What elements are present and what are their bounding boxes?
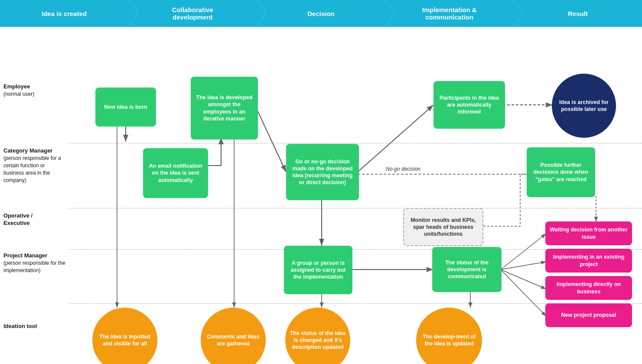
- label-project-manager: Project Manager(person responsible for t…: [3, 252, 66, 274]
- svg-line-9: [358, 105, 433, 172]
- box-status-changed: The status of the idea is changed and it…: [285, 308, 350, 364]
- box-go-nogo: Go or no-go decision made on the develop…: [286, 144, 359, 200]
- label-ideation-tool: Ideation tool: [3, 323, 66, 330]
- box-email-notification: An email notification on the idea is sen…: [143, 148, 208, 198]
- divider-1: [69, 143, 642, 143]
- label-operative: Operative /Executive: [3, 212, 66, 227]
- box-group-assigned: A group or person is assigned to carry o…: [284, 246, 352, 294]
- box-idea-archived: Idea is archived for possible later use: [552, 74, 616, 138]
- box-participants-informed: Participants in the idea are automatical…: [433, 81, 505, 129]
- phase-3: Decision: [257, 0, 385, 27]
- box-comments-likes: Comments and likes are gathered: [201, 308, 266, 364]
- svg-line-15: [501, 234, 546, 270]
- svg-line-16: [501, 262, 546, 270]
- box-waiting-decision: Waiting decision from another issue: [545, 221, 632, 245]
- divider-2: [69, 208, 642, 208]
- svg-line-18: [501, 270, 546, 316]
- svg-line-5: [256, 107, 286, 172]
- svg-line-17: [501, 270, 546, 289]
- phase-1: Idea is created: [0, 0, 128, 27]
- box-development-updated: The develop-ment of the idea is updated: [416, 308, 482, 364]
- box-idea-inputted: The idea is inputted and visible for all: [92, 308, 157, 364]
- header-row: Idea is created Collaborativedevelopment…: [0, 0, 642, 27]
- phase-5: Result: [514, 0, 642, 27]
- box-developed: The idea is developed amongst the employ…: [191, 77, 258, 140]
- box-new-project: New project proposal: [545, 303, 632, 327]
- box-implementing-direct: Implementing directly on business: [545, 276, 632, 300]
- diagram: Employee(normal user) Category Manager(p…: [0, 27, 642, 364]
- box-new-idea: New idea is born: [95, 88, 156, 127]
- label-employee: Employee(normal user): [3, 83, 66, 98]
- box-status-communicated: The status of the development is communi…: [432, 247, 502, 292]
- box-possible-decisions: Possible further decisions done when "ga…: [527, 147, 595, 197]
- phase-4: Implementation &communication: [385, 0, 514, 27]
- svg-text:No-go decision: No-go decision: [386, 166, 420, 172]
- box-implementing-existing: Implementing in an existing project: [545, 249, 632, 273]
- label-category-manager: Category Manager(person responsible for …: [3, 147, 66, 184]
- box-monitor-results: Monitor results and KPIs, spar heads of …: [403, 208, 483, 246]
- phase-2: Collaborativedevelopment: [128, 0, 257, 27]
